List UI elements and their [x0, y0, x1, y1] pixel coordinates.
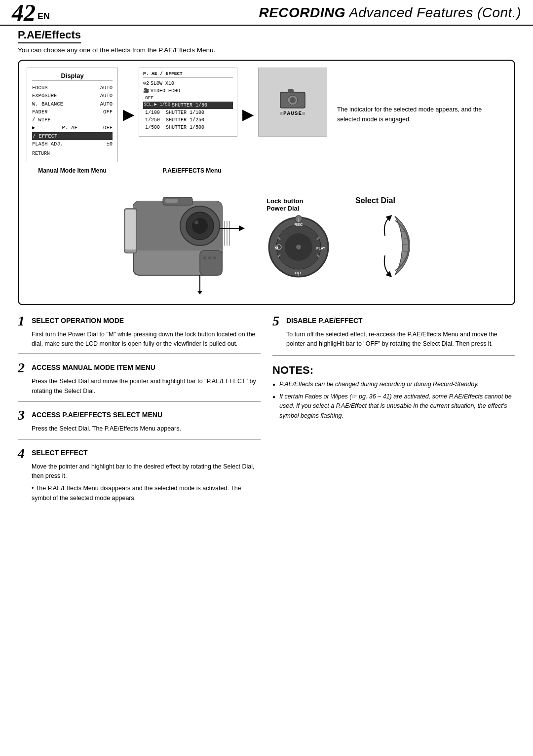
svg-text:PLAY: PLAY: [316, 247, 325, 250]
step-3-title: ACCESS P.AE/EFFECTS SELECT MENU: [32, 408, 162, 419]
pae-row-1-100: 1/100 SHUTTER 1/100: [143, 109, 233, 116]
step-2: 2 ACCESS MANUAL MODE ITEM MENU Press the…: [18, 361, 261, 401]
steps-section: 1 SELECT OPERATION MODE First turn the P…: [18, 314, 515, 515]
header-title-rest: Advanced Features (Cont.): [345, 5, 521, 20]
svg-point-16: [208, 256, 211, 259]
step-1-header: 1 SELECT OPERATION MODE: [18, 314, 261, 328]
steps-left: 1 SELECT OPERATION MODE First turn the P…: [18, 314, 261, 515]
menu-row-flash: FLASH ADJ.±0: [32, 140, 113, 148]
camera-panel-caption: The indicator for the selected mode appe…: [332, 105, 506, 124]
svg-line-42: [401, 231, 405, 232]
step-2-title: ACCESS MANUAL MODE ITEM MENU: [32, 361, 155, 372]
pause-text: ≡PAUSE≡: [279, 110, 305, 116]
menu-row-focus: FOCUSAUTO: [32, 84, 113, 92]
section-title: P.AE/Effects: [18, 29, 81, 43]
step-2-number: 2: [18, 361, 29, 375]
panels-row: Display FOCUSAUTO EXPOSUREAUTO W. BALANC…: [27, 68, 506, 162]
svg-marker-24: [197, 291, 202, 294]
step-4-sub-1: The P.AE/Effects Menu disappears and the…: [32, 484, 261, 503]
power-dial-label: Power Dial: [266, 205, 303, 212]
step-4-header: 4 SELECT EFFECT: [18, 446, 261, 460]
pae-row-video: 🎥VIDEO ECHO: [143, 87, 233, 95]
camera-body: [123, 181, 262, 295]
step-3-body: Press the Select Dial. The P.AE/Effects …: [18, 424, 261, 433]
lock-button-label: Lock button: [266, 197, 303, 205]
pae-row-off: OFF: [143, 95, 233, 102]
note-1: P.AE/Effects can be changed during recor…: [272, 380, 515, 389]
step-5-body: To turn off the selected effect, re-acce…: [272, 330, 515, 349]
intro-text: You can choose any one of the effects fr…: [18, 46, 515, 54]
select-dial-svg: [355, 211, 410, 280]
page-number: 42: [12, 0, 36, 25]
camera-illustration: Lock button Power Dial REC PLAY O: [27, 179, 506, 297]
page-header: 42 EN RECORDING Advanced Features (Cont.…: [0, 0, 533, 26]
step-3-number: 3: [18, 408, 29, 422]
pae-row-sel-shutter: SEL.▶ 1/50SHUTTER 1/50: [143, 102, 233, 109]
notes-list: P.AE/Effects can be changed during recor…: [272, 380, 515, 421]
svg-point-10: [192, 218, 208, 234]
step-2-header: 2 ACCESS MANUAL MODE ITEM MENU: [18, 361, 261, 375]
svg-rect-14: [200, 251, 222, 275]
step-5: 5 DISABLE P.AE/EFFECT To turn off the se…: [272, 314, 515, 357]
svg-rect-3: [288, 89, 294, 93]
panel-captions: Manual Mode Item Menu P.AE/EFFECTS Menu: [27, 167, 506, 174]
arrow-2: ▶: [242, 107, 253, 123]
camera-panel: ≡PAUSE≡: [258, 68, 327, 137]
step-1-body: First turn the Power Dial to "M" while p…: [18, 330, 261, 349]
pae-items: ❄2SLOW X10 🎥VIDEO ECHO OFF SEL.▶ 1/50SHU…: [143, 80, 233, 131]
pae-row-1-500: 1/500 SHUTTER 1/500: [143, 124, 233, 131]
arrow-1: ▶: [123, 107, 134, 123]
svg-point-17: [213, 256, 216, 259]
menu-row-exposure: EXPOSUREAUTO: [32, 92, 113, 100]
step-4-number: 4: [18, 446, 29, 460]
svg-point-33: [296, 245, 301, 250]
pae-panel-header: P. AE / EFFECT: [143, 71, 233, 78]
header-title-recording: RECORDING: [259, 5, 345, 20]
note-2: If certain Fades or Wipes (☞ pg. 36 – 41…: [272, 392, 515, 421]
menu-row-fader: FADEROFF: [32, 108, 113, 116]
step-5-number: 5: [272, 314, 283, 328]
svg-rect-7: [125, 210, 136, 250]
step-1-title: SELECT OPERATION MODE: [32, 314, 124, 325]
svg-text:REC: REC: [295, 222, 303, 227]
menu-row-effect: / EFFECT: [32, 132, 113, 140]
pae-row-1-250: 1/250 SHUTTER 1/250: [143, 116, 233, 124]
step-5-title: DISABLE P.AE/EFFECT: [286, 314, 363, 325]
notes-title: NOTES:: [272, 364, 515, 377]
step-4-subitems: The P.AE/Effects Menu disappears and the…: [32, 484, 261, 503]
select-dial-area: Select Dial: [355, 196, 410, 280]
power-dial-svg: REC PLAY OFF M: [266, 215, 331, 279]
menu-items: FOCUSAUTO EXPOSUREAUTO W. BALANCEAUTO FA…: [32, 84, 113, 158]
header-title: RECORDING Advanced Features (Cont.): [60, 0, 521, 25]
step-4-title: SELECT EFFECT: [32, 446, 88, 457]
menu-return: RETURN: [32, 150, 113, 158]
step-2-body: Press the Select Dial and move the point…: [18, 377, 261, 396]
menu-row-pae: P. AEOFF: [32, 124, 113, 132]
svg-point-2: [290, 97, 296, 103]
camera-icon-svg: [278, 88, 307, 110]
svg-point-11: [194, 220, 198, 224]
menu-row-wbalance: W. BALANCEAUTO: [32, 100, 113, 108]
step-5-header: 5 DISABLE P.AE/EFFECT: [272, 314, 515, 328]
svg-line-45: [403, 251, 407, 252]
step-1-number: 1: [18, 314, 29, 328]
step-3-header: 3 ACCESS P.AE/EFFECTS SELECT MENU: [18, 408, 261, 422]
caption-pae: P.AE/EFFECTS Menu: [143, 167, 241, 174]
svg-point-15: [203, 256, 206, 259]
pae-panel: P. AE / EFFECT ❄2SLOW X10 🎥VIDEO ECHO OF…: [139, 68, 237, 137]
notes-section: NOTES: P.AE/Effects can be changed durin…: [272, 364, 515, 421]
display-panel: Display FOCUSAUTO EXPOSUREAUTO W. BALANC…: [27, 68, 118, 162]
dial-labels: Lock button Power Dial: [266, 197, 303, 212]
display-panel-title: Display: [32, 72, 113, 81]
camera-body-svg: [123, 181, 262, 295]
steps-right: 5 DISABLE P.AE/EFFECT To turn off the se…: [272, 314, 515, 515]
caption-manual: Manual Mode Item Menu: [27, 167, 118, 174]
menu-row-wipe: / WIPE: [32, 116, 113, 124]
page-content: P.AE/Effects You can choose any one of t…: [0, 29, 533, 525]
step-4-body: Move the pointer and highlight bar to th…: [18, 462, 261, 504]
diagram-box: Display FOCUSAUTO EXPOSUREAUTO W. BALANC…: [18, 60, 515, 305]
select-dial-label: Select Dial: [355, 196, 395, 205]
page-suffix: EN: [38, 11, 50, 22]
step-3: 3 ACCESS P.AE/EFFECTS SELECT MENU Press …: [18, 408, 261, 439]
svg-rect-13: [165, 199, 178, 203]
